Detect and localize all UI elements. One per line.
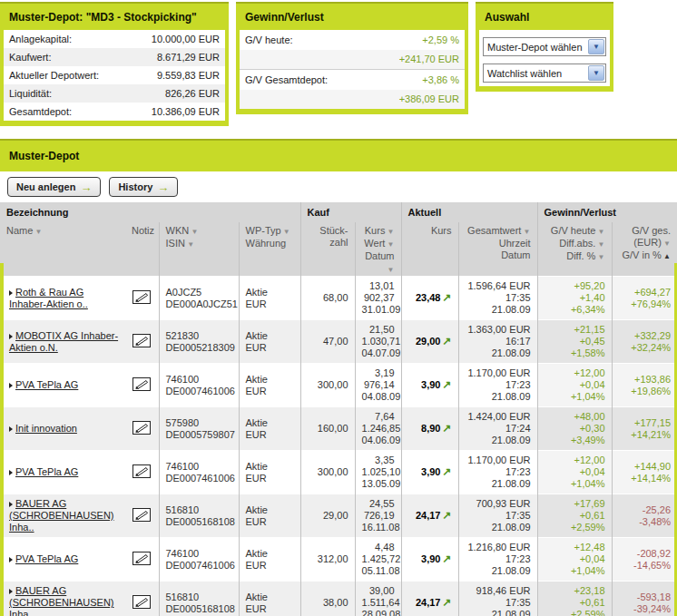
name-cell: PVA TePla AG (0, 538, 125, 582)
depot-table: BezeichnungKaufAktuellGewinn/VerlustName… (0, 202, 677, 616)
sort-desc-icon: ▼ (33, 228, 42, 236)
column-header-kurs[interactable]: Kurs (401, 222, 458, 277)
auswahl-title: Auswahl (479, 4, 610, 30)
security-name-link[interactable]: PVA TePla AG (15, 553, 78, 564)
musterdepot-select[interactable]: Muster-Depot wählen ▼ (483, 37, 606, 56)
gv-heute-cell: +21,15+0,45+1,58% (537, 320, 612, 364)
kauf-line: 7,64 (362, 411, 395, 423)
column-header-line: (EUR) ▼ (619, 237, 672, 249)
column-header-label: zahl (329, 237, 348, 248)
column-header-stueck[interactable]: Stück-zahl (300, 222, 355, 277)
chevron-down-icon[interactable]: ▼ (588, 65, 604, 81)
column-header-line: WKN ▼ (166, 225, 232, 238)
column-header-gesamt[interactable]: Gesamtwert ▼UhrzeitDatum (458, 222, 537, 277)
history-button[interactable]: History → (109, 177, 178, 197)
notiz-icon[interactable] (132, 334, 151, 350)
wptyp-line: EUR (246, 473, 294, 484)
gesamtwert-line: 17:35 (466, 510, 531, 522)
gv-heute-line: +2,59% (545, 522, 605, 533)
trend-up-icon: ↗ (442, 422, 451, 435)
column-header-notiz[interactable]: Notiz (125, 222, 159, 277)
wptyp-cell: AktieEUR (239, 582, 300, 616)
security-name-link[interactable]: Init innovation (15, 423, 77, 434)
security-name-link[interactable]: BAUER AG (SCHROBENHAUSEN) Inha.. (9, 498, 114, 533)
bullet-right-icon (9, 426, 13, 432)
wptyp-line: EUR (246, 342, 294, 354)
security-name-link[interactable]: Roth & Rau AG Inhaber-Aktien o.. (9, 287, 88, 309)
watchlist-select[interactable]: Watchlist wählen ▼ (483, 64, 606, 83)
gesamtwert-line: 21.08.09 (466, 609, 531, 616)
column-header-line: Kurs (408, 225, 452, 237)
security-name-link[interactable]: PVA TePla AG (15, 466, 78, 477)
column-header-label: Währung (246, 238, 287, 249)
gv-gesamt-cell: +332,29+32,24% (612, 320, 677, 364)
wkn-isin-line: DE000A0JCZ51 (166, 298, 232, 310)
gesamtwert-line: 17:23 (466, 553, 531, 565)
notiz-icon[interactable] (132, 290, 151, 307)
column-header-kauf[interactable]: Kurs ▼Wert ▼Datum ▼ (355, 222, 401, 277)
column-header-label: Diff. % (566, 250, 595, 261)
kauf-cell: 3,351.025,1013.05.09 (355, 451, 401, 494)
chevron-down-icon[interactable]: ▼ (588, 39, 604, 54)
gesamtwert-cell: 1.170,00 EUR17:2321.08.09 (458, 451, 537, 494)
gv-group: G/V heute:+2,59 %+241,70 EUR (240, 30, 465, 69)
kauf-line: 05.11.08 (362, 565, 395, 577)
gv-gesamt-line: +76,94% (619, 298, 672, 310)
trend-up-icon: ↗ (442, 552, 451, 565)
gv-gesamt-line: -14,65% (619, 560, 672, 572)
security-name-link[interactable]: BAUER AG (SCHROBENHAUSEN) Inha.. (9, 585, 114, 616)
gesamtwert-line: 21.08.09 (466, 304, 531, 316)
column-header-label: Kurs (365, 225, 386, 236)
column-header-wptyp[interactable]: WP-Typ ▼Währung (239, 222, 300, 277)
notiz-cell (125, 538, 159, 582)
gv-gesamt-line: +14,21% (619, 429, 672, 441)
kauf-line: 1.425,72 (362, 553, 395, 565)
neu-anlegen-button[interactable]: Neu anlegen → (7, 177, 101, 197)
table-left-border (0, 263, 4, 616)
column-header-line: G/V ges. (619, 225, 672, 237)
gesamtwert-cell: 1.424,00 EUR17:2421.08.09 (458, 407, 537, 451)
gesamtwert-line: 1.170,00 EUR (466, 367, 531, 379)
gv-heute-line: +1,04% (545, 391, 605, 403)
depot-toolbar: Neu anlegen → History → (0, 171, 677, 202)
column-header-wkn[interactable]: WKN ▼ISIN ▼ (159, 222, 239, 277)
wptyp-cell: AktieEUR (239, 451, 300, 494)
wkn-isin-cell: 516810DE0005168108 (159, 494, 239, 538)
column-header-gvheute[interactable]: G/V heute ▼Diff.abs. ▼Diff. % ▼ (537, 222, 612, 277)
stueckzahl-cell: 312,00 (300, 538, 355, 582)
aktuell-kurs-cell: 24,17↗ (401, 582, 458, 616)
notiz-icon[interactable] (132, 552, 151, 568)
gesamtwert-cell: 700,93 EUR17:3521.08.09 (458, 494, 537, 538)
gv-heute-cell: +12,48+0,04+1,04% (537, 538, 612, 582)
notiz-icon[interactable] (132, 377, 151, 394)
kauf-line: 31.01.09 (362, 304, 395, 316)
kauf-line: 24,55 (362, 498, 395, 510)
notiz-icon[interactable] (132, 421, 151, 437)
kauf-line: 16.11.08 (362, 522, 395, 533)
security-name-link[interactable]: MOBOTIX AG Inhaber-Aktien o.N. (9, 330, 118, 353)
aktuell-kurs-cell: 3,90↗ (401, 364, 458, 407)
sort-desc-icon: ▼ (185, 240, 194, 249)
table-group-header-row: BezeichnungKaufAktuellGewinn/Verlust (0, 202, 677, 222)
security-name-link[interactable]: PVA TePla AG (15, 379, 78, 390)
wkn-isin-line: DE0007461006 (166, 386, 232, 397)
gv-label-row: G/V Gesamtdepot:+3,86 % (240, 70, 465, 90)
notiz-cell (125, 364, 159, 407)
gv-heute-line: +23,18 (545, 585, 605, 597)
column-header-label: Notiz (132, 225, 154, 236)
notiz-icon[interactable] (132, 508, 151, 524)
notiz-icon[interactable] (132, 595, 151, 611)
kauf-line: 28.09.08 (362, 609, 395, 616)
table-row: PVA TePla AG746100DE0007461006AktieEUR30… (0, 451, 677, 494)
kauf-cell: 21,501.030,7104.07.09 (355, 320, 401, 364)
column-header-label: Gesamtwert (467, 225, 521, 236)
notiz-icon[interactable] (132, 464, 151, 481)
column-header-line: G/V in % ▲ (619, 249, 672, 262)
notiz-cell (125, 451, 159, 494)
trend-up-icon: ↗ (442, 291, 451, 304)
table-row: PVA TePla AG746100DE0007461006AktieEUR30… (0, 364, 677, 407)
column-header-name[interactable]: Name ▼ (0, 222, 125, 277)
column-header-gvges[interactable]: G/V ges.(EUR) ▼G/V in % ▲ (612, 222, 677, 277)
wkn-isin-line: 746100 (166, 548, 232, 560)
arrow-right-icon: → (157, 181, 169, 193)
